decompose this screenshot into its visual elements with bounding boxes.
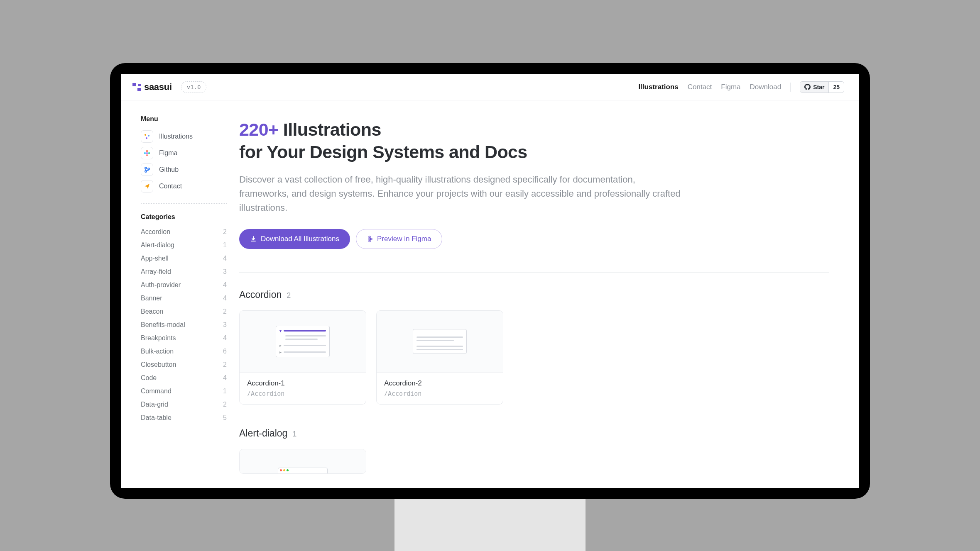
send-icon xyxy=(141,180,153,193)
screen: saasui v1.0 Illustrations Contact Figma … xyxy=(121,74,859,488)
category-item[interactable]: Beacon2 xyxy=(141,308,227,315)
category-label: Bulk-action xyxy=(141,348,174,355)
category-count: 2 xyxy=(223,308,227,315)
hero-title: 220+ Illustrations for Your Design Syste… xyxy=(239,119,829,163)
chart-icon xyxy=(141,130,153,143)
card-name: Accordion-1 xyxy=(247,379,358,388)
sidebar-item-contact[interactable]: Contact xyxy=(141,180,227,193)
sidebar-item-label: Illustrations xyxy=(159,133,193,140)
sidebar-item-illustrations[interactable]: Illustrations xyxy=(141,130,227,143)
category-item[interactable]: Data-table5 xyxy=(141,414,227,422)
nav-download[interactable]: Download xyxy=(750,83,782,91)
svg-rect-13 xyxy=(370,238,372,240)
illustration-card[interactable]: Accordion-2 /Accordion xyxy=(376,310,503,405)
illustration-card[interactable] xyxy=(239,449,366,474)
category-count: 4 xyxy=(223,334,227,342)
category-count: 4 xyxy=(223,295,227,302)
sidebar-item-label: Figma xyxy=(159,149,177,157)
card-preview xyxy=(377,311,503,372)
category-item[interactable]: Benefits-modal3 xyxy=(141,321,227,329)
category-count: 1 xyxy=(223,241,227,249)
figma-outline-icon xyxy=(367,236,373,242)
category-count: 4 xyxy=(223,281,227,289)
menu-heading: Menu xyxy=(141,115,227,123)
category-count: 4 xyxy=(223,374,227,382)
category-label: App-shell xyxy=(141,255,169,262)
github-star-count: 25 xyxy=(828,82,844,93)
category-label: Array-field xyxy=(141,268,171,276)
category-label: Auth-provider xyxy=(141,281,181,289)
category-item[interactable]: Bulk-action6 xyxy=(141,348,227,355)
category-count: 2 xyxy=(223,401,227,408)
alert-dialog-thumb xyxy=(278,468,328,474)
hero-subtitle: Discover a vast collection of free, high… xyxy=(239,173,684,215)
nav-figma[interactable]: Figma xyxy=(721,83,740,91)
category-count: 3 xyxy=(223,321,227,329)
category-label: Closebutton xyxy=(141,361,176,368)
category-item[interactable]: Alert-dialog1 xyxy=(141,241,227,249)
preview-figma-button[interactable]: Preview in Figma xyxy=(356,229,442,249)
svg-point-2 xyxy=(146,137,147,139)
category-label: Code xyxy=(141,374,157,382)
category-count: 6 xyxy=(223,348,227,355)
card-path: /Accordion xyxy=(384,390,495,397)
category-label: Banner xyxy=(141,295,162,302)
section-title: Alert-dialog xyxy=(239,428,287,439)
section-head-alert-dialog: Alert-dialog 1 xyxy=(239,428,829,439)
category-label: Data-table xyxy=(141,414,172,422)
sidebar: Menu Illustrations Figma xyxy=(121,100,235,488)
sidebar-item-github[interactable]: Github xyxy=(141,163,227,176)
hero-title-line-2: for Your Design Systems and Docs xyxy=(239,142,527,162)
section-count: 2 xyxy=(287,291,291,300)
category-label: Alert-dialog xyxy=(141,241,174,249)
illustration-card[interactable]: ▾ ▸ ▸ Accordion-1 /Accordion xyxy=(239,310,366,405)
category-item[interactable]: Banner4 xyxy=(141,295,227,302)
category-item[interactable]: App-shell4 xyxy=(141,255,227,262)
category-label: Benefits-modal xyxy=(141,321,185,329)
category-label: Accordion xyxy=(141,228,170,236)
category-item[interactable]: Closebutton2 xyxy=(141,361,227,368)
category-count: 1 xyxy=(223,388,227,395)
menu-list: Illustrations Figma Github xyxy=(141,130,227,193)
category-item[interactable]: Data-grid2 xyxy=(141,401,227,408)
cards-alert-dialog xyxy=(239,449,829,474)
card-preview: ▾ ▸ ▸ xyxy=(240,311,366,372)
sidebar-item-figma[interactable]: Figma xyxy=(141,147,227,159)
logo[interactable]: saasui xyxy=(132,82,172,93)
download-icon xyxy=(250,236,257,242)
github-star-label: Star xyxy=(813,84,824,90)
preview-btn-label: Preview in Figma xyxy=(377,235,431,243)
svg-rect-3 xyxy=(146,150,148,152)
svg-rect-5 xyxy=(144,152,146,154)
category-count: 5 xyxy=(223,414,227,422)
category-item[interactable]: Breakpoints4 xyxy=(141,334,227,342)
hero-title-line-1: Illustrations xyxy=(283,119,381,139)
category-item[interactable]: Code4 xyxy=(141,374,227,382)
top-nav: Illustrations Contact Figma Download xyxy=(638,83,781,91)
monitor-stand xyxy=(394,499,586,551)
category-item[interactable]: Array-field3 xyxy=(141,268,227,276)
svg-rect-7 xyxy=(146,154,148,156)
git-branch-icon xyxy=(141,163,153,176)
nav-illustrations[interactable]: Illustrations xyxy=(638,83,678,91)
svg-point-1 xyxy=(148,135,149,137)
nav-contact[interactable]: Contact xyxy=(688,83,712,91)
content-divider xyxy=(239,272,829,273)
category-label: Beacon xyxy=(141,308,163,315)
category-item[interactable]: Accordion2 xyxy=(141,228,227,236)
category-item[interactable]: Command1 xyxy=(141,388,227,395)
monitor-frame: saasui v1.0 Illustrations Contact Figma … xyxy=(110,63,870,499)
category-item[interactable]: Auth-provider4 xyxy=(141,281,227,289)
category-count: 2 xyxy=(223,228,227,236)
github-star-badge[interactable]: Star 25 xyxy=(800,81,844,93)
svg-point-10 xyxy=(148,168,149,170)
category-label: Command xyxy=(141,388,172,395)
category-count: 2 xyxy=(223,361,227,368)
cta-row: Download All Illustrations Preview in Fi… xyxy=(239,229,829,249)
accordion-thumb-2 xyxy=(413,329,467,354)
svg-rect-6 xyxy=(148,152,150,154)
download-all-button[interactable]: Download All Illustrations xyxy=(239,229,350,249)
section-count: 1 xyxy=(292,430,296,439)
version-badge: v1.0 xyxy=(181,81,207,93)
section-title: Accordion xyxy=(239,289,282,300)
